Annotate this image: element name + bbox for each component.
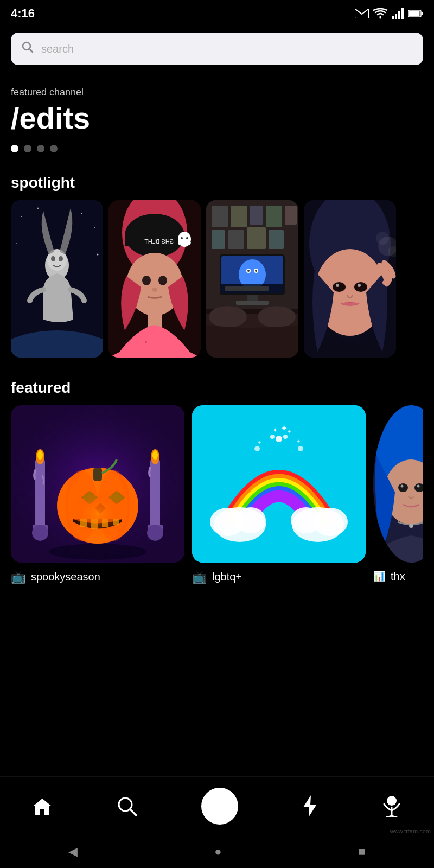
svg-rect-58: [236, 301, 269, 305]
nav-flash[interactable]: [302, 795, 317, 817]
svg-point-92: [62, 481, 133, 541]
camera-inner: [207, 793, 233, 819]
lgbtq-card-image: ✦ ✦ ✦ ✦ ✦: [192, 405, 366, 563]
status-icons: [355, 8, 423, 19]
dot-4[interactable]: [50, 145, 58, 152]
svg-rect-4: [401, 8, 404, 19]
svg-point-71: [376, 232, 389, 245]
svg-rect-41: [250, 206, 263, 225]
spotlight-section: spotlight: [0, 169, 434, 363]
carousel-dots: [11, 145, 423, 152]
svg-point-68: [336, 284, 339, 287]
svg-text:✦: ✦: [287, 429, 291, 435]
svg-point-15: [16, 243, 17, 244]
nav-camera[interactable]: [201, 788, 238, 825]
status-bar: 4:16: [0, 0, 434, 27]
svg-text:✦: ✦: [272, 426, 278, 434]
svg-point-60: [209, 306, 247, 328]
search-bar[interactable]: search: [11, 33, 423, 65]
svg-point-99: [283, 435, 288, 439]
svg-point-29: [186, 237, 188, 239]
svg-point-16: [97, 253, 99, 255]
dot-2[interactable]: [24, 145, 31, 152]
svg-point-100: [298, 446, 303, 451]
svg-point-116: [398, 483, 408, 492]
spotlight-item-4[interactable]: [304, 200, 396, 358]
svg-point-32: [158, 276, 167, 285]
svg-point-13: [81, 213, 82, 214]
svg-point-11: [21, 216, 22, 217]
featured-card-halloween[interactable]: 📺 spookyseason: [11, 405, 184, 584]
svg-rect-44: [212, 230, 225, 249]
featured-card-lgbtq[interactable]: ✦ ✦ ✦ ✦ ✦ 📺 lgbtq+: [192, 405, 366, 584]
nav-home[interactable]: [32, 796, 53, 816]
svg-point-101: [254, 446, 260, 451]
svg-text:✦: ✦: [144, 339, 148, 345]
svg-rect-47: [269, 230, 284, 249]
svg-point-93: [32, 525, 48, 541]
halloween-card-image: [11, 405, 184, 563]
svg-rect-2: [395, 14, 397, 19]
featured-card-thx[interactable]: 📊 thx: [373, 405, 423, 584]
spotlight-title: spotlight: [11, 174, 423, 192]
svg-point-14: [94, 227, 95, 228]
thx-label-text: thx: [391, 570, 405, 583]
svg-rect-7: [422, 12, 423, 15]
svg-rect-1: [392, 16, 394, 19]
nav-search[interactable]: [117, 796, 137, 816]
svg-text:✦: ✦: [296, 438, 301, 444]
svg-text:SHS BLHT: SHS BLHT: [144, 238, 174, 245]
svg-rect-40: [231, 206, 247, 227]
flash-icon: [302, 795, 317, 817]
mail-icon: [355, 9, 369, 18]
watermark: www.frfam.com: [390, 828, 431, 834]
svg-rect-79: [150, 459, 160, 530]
svg-point-67: [354, 282, 367, 292]
svg-point-28: [181, 237, 183, 239]
status-time: 4:16: [11, 7, 35, 21]
search-placeholder: search: [41, 43, 412, 55]
spotlight-grid: SHS BLHT: [11, 200, 423, 358]
svg-point-120: [409, 524, 413, 528]
spotlight-item-1[interactable]: [11, 200, 103, 358]
lgbtq-card-label: 📺 lgbtq+: [192, 570, 366, 584]
spotlight-item-3[interactable]: [206, 200, 298, 358]
audio-icon-thx: 📊: [373, 570, 385, 582]
android-back[interactable]: ◀: [68, 845, 78, 859]
svg-rect-43: [285, 206, 297, 225]
nav-profile[interactable]: [381, 795, 402, 817]
svg-point-82: [152, 450, 158, 460]
svg-rect-6: [409, 11, 420, 16]
svg-point-94: [147, 525, 163, 541]
dot-1[interactable]: [11, 145, 18, 152]
android-home[interactable]: ●: [214, 845, 221, 859]
featured-channel-title[interactable]: /edits: [11, 101, 423, 135]
lgbtq-label-text: lgbtq+: [212, 571, 242, 583]
search-icon: [22, 41, 34, 56]
svg-rect-56: [225, 286, 269, 291]
svg-rect-3: [398, 11, 400, 19]
svg-point-12: [37, 207, 39, 209]
dot-3[interactable]: [37, 145, 44, 152]
featured-channel: featured channel /edits: [0, 76, 434, 169]
svg-rect-45: [228, 230, 244, 249]
svg-point-61: [258, 306, 296, 328]
svg-marker-123: [303, 795, 316, 817]
thx-card-label: 📊 thx: [373, 570, 423, 583]
svg-point-53: [247, 270, 250, 272]
camera-button[interactable]: [201, 788, 238, 825]
android-recent[interactable]: ■: [359, 845, 366, 859]
search-nav-icon: [117, 796, 137, 816]
svg-rect-87: [93, 468, 102, 481]
battery-icon: [408, 9, 423, 18]
svg-point-21: [59, 256, 63, 261]
svg-point-78: [37, 450, 43, 460]
featured-channel-label: featured channel: [11, 87, 423, 98]
spotlight-item-2[interactable]: SHS BLHT: [108, 200, 201, 358]
halloween-label-text: spookyseason: [31, 571, 100, 583]
svg-rect-42: [266, 206, 282, 227]
svg-rect-75: [35, 459, 45, 530]
svg-point-66: [333, 282, 346, 292]
tv-icon-lgbtq: 📺: [192, 570, 207, 584]
search-container: search: [0, 27, 434, 76]
